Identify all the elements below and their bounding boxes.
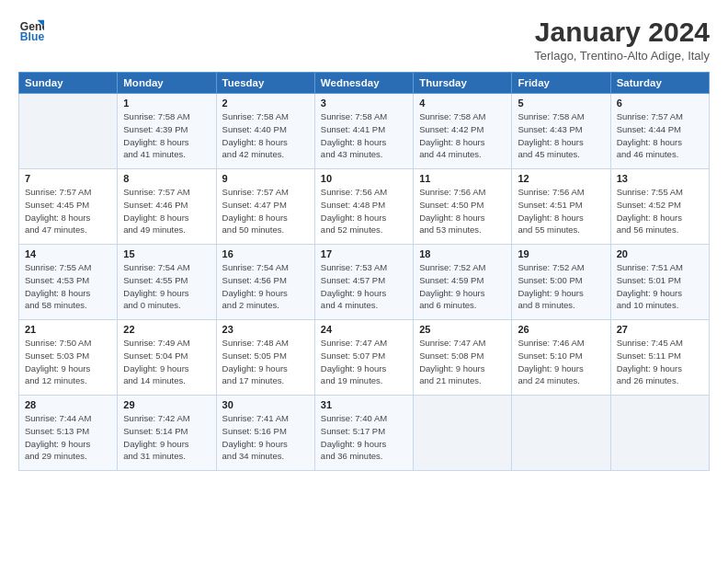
table-row: 3Sunrise: 7:58 AM Sunset: 4:41 PM Daylig…: [314, 94, 413, 169]
col-monday: Monday: [118, 73, 216, 94]
day-info: Sunrise: 7:58 AM Sunset: 4:41 PM Dayligh…: [321, 110, 407, 161]
calendar-page: General Blue January 2024 Terlago, Trent…: [0, 0, 728, 563]
day-info: Sunrise: 7:56 AM Sunset: 4:48 PM Dayligh…: [321, 186, 407, 236]
day-number: 1: [123, 98, 210, 109]
table-row: 17Sunrise: 7:53 AM Sunset: 4:57 PM Dayli…: [314, 245, 413, 320]
day-number: 16: [222, 248, 309, 259]
calendar-table: Sunday Monday Tuesday Wednesday Thursday…: [18, 72, 710, 471]
day-number: 31: [321, 399, 407, 410]
table-row: 7Sunrise: 7:57 AM Sunset: 4:45 PM Daylig…: [19, 169, 118, 245]
day-info: Sunrise: 7:57 AM Sunset: 4:47 PM Dayligh…: [222, 186, 309, 236]
col-wednesday: Wednesday: [314, 73, 413, 94]
day-number: 13: [617, 173, 703, 184]
day-info: Sunrise: 7:58 AM Sunset: 4:43 PM Dayligh…: [518, 110, 604, 161]
day-number: 19: [518, 248, 604, 259]
day-number: 12: [518, 173, 604, 184]
day-info: Sunrise: 7:41 AM Sunset: 5:16 PM Dayligh…: [222, 412, 309, 463]
day-number: 21: [25, 324, 111, 335]
table-row: 16Sunrise: 7:54 AM Sunset: 4:56 PM Dayli…: [216, 245, 314, 320]
table-row: [19, 94, 118, 169]
month-title: January 2024: [534, 17, 710, 47]
day-info: Sunrise: 7:51 AM Sunset: 5:01 PM Dayligh…: [617, 261, 703, 312]
table-row: 4Sunrise: 7:58 AM Sunset: 4:42 PM Daylig…: [414, 94, 512, 169]
table-row: 25Sunrise: 7:47 AM Sunset: 5:08 PM Dayli…: [414, 320, 512, 396]
day-info: Sunrise: 7:47 AM Sunset: 5:07 PM Dayligh…: [321, 337, 407, 387]
svg-text:Blue: Blue: [20, 30, 44, 42]
title-block: January 2024 Terlago, Trentino-Alto Adig…: [534, 17, 710, 63]
location: Terlago, Trentino-Alto Adige, Italy: [534, 49, 710, 63]
day-info: Sunrise: 7:46 AM Sunset: 5:10 PM Dayligh…: [518, 337, 604, 387]
day-number: 27: [617, 324, 703, 335]
col-saturday: Saturday: [610, 73, 709, 94]
day-info: Sunrise: 7:40 AM Sunset: 5:17 PM Dayligh…: [321, 412, 407, 463]
table-row: 8Sunrise: 7:57 AM Sunset: 4:46 PM Daylig…: [118, 169, 216, 245]
day-number: 24: [321, 324, 407, 335]
day-number: 9: [222, 173, 309, 184]
table-row: 12Sunrise: 7:56 AM Sunset: 4:51 PM Dayli…: [512, 169, 610, 245]
table-row: 29Sunrise: 7:42 AM Sunset: 5:14 PM Dayli…: [118, 396, 216, 471]
table-row: 11Sunrise: 7:56 AM Sunset: 4:50 PM Dayli…: [414, 169, 512, 245]
table-row: 27Sunrise: 7:45 AM Sunset: 5:11 PM Dayli…: [610, 320, 709, 396]
header-row: Sunday Monday Tuesday Wednesday Thursday…: [19, 73, 710, 94]
day-number: 6: [617, 98, 703, 109]
day-number: 5: [518, 98, 604, 109]
header: General Blue January 2024 Terlago, Trent…: [18, 17, 710, 63]
day-info: Sunrise: 7:57 AM Sunset: 4:44 PM Dayligh…: [617, 110, 703, 161]
table-row: 18Sunrise: 7:52 AM Sunset: 4:59 PM Dayli…: [414, 245, 512, 320]
day-info: Sunrise: 7:58 AM Sunset: 4:39 PM Dayligh…: [123, 110, 210, 161]
week-row-4: 28Sunrise: 7:44 AM Sunset: 5:13 PM Dayli…: [19, 396, 710, 471]
table-row: 19Sunrise: 7:52 AM Sunset: 5:00 PM Dayli…: [512, 245, 610, 320]
day-info: Sunrise: 7:58 AM Sunset: 4:40 PM Dayligh…: [222, 110, 309, 161]
day-info: Sunrise: 7:52 AM Sunset: 4:59 PM Dayligh…: [419, 261, 506, 312]
day-number: 11: [419, 173, 506, 184]
day-info: Sunrise: 7:54 AM Sunset: 4:55 PM Dayligh…: [123, 261, 210, 312]
day-info: Sunrise: 7:49 AM Sunset: 5:04 PM Dayligh…: [123, 337, 210, 387]
table-row: 24Sunrise: 7:47 AM Sunset: 5:07 PM Dayli…: [314, 320, 413, 396]
day-info: Sunrise: 7:52 AM Sunset: 5:00 PM Dayligh…: [518, 261, 604, 312]
day-info: Sunrise: 7:58 AM Sunset: 4:42 PM Dayligh…: [419, 110, 506, 161]
table-row: [610, 396, 709, 471]
day-number: 28: [25, 399, 111, 410]
table-row: 6Sunrise: 7:57 AM Sunset: 4:44 PM Daylig…: [610, 94, 709, 169]
table-row: 15Sunrise: 7:54 AM Sunset: 4:55 PM Dayli…: [118, 245, 216, 320]
day-number: 30: [222, 399, 309, 410]
day-info: Sunrise: 7:56 AM Sunset: 4:51 PM Dayligh…: [518, 186, 604, 236]
table-row: 20Sunrise: 7:51 AM Sunset: 5:01 PM Dayli…: [610, 245, 709, 320]
table-row: [414, 396, 512, 471]
day-number: 25: [419, 324, 506, 335]
day-number: 10: [321, 173, 407, 184]
day-number: 17: [321, 248, 407, 259]
col-tuesday: Tuesday: [216, 73, 314, 94]
day-info: Sunrise: 7:55 AM Sunset: 4:53 PM Dayligh…: [25, 261, 111, 312]
day-info: Sunrise: 7:57 AM Sunset: 4:45 PM Dayligh…: [25, 186, 111, 236]
table-row: 1Sunrise: 7:58 AM Sunset: 4:39 PM Daylig…: [118, 94, 216, 169]
day-info: Sunrise: 7:56 AM Sunset: 4:50 PM Dayligh…: [419, 186, 506, 236]
table-row: [512, 396, 610, 471]
table-row: 21Sunrise: 7:50 AM Sunset: 5:03 PM Dayli…: [19, 320, 118, 396]
day-number: 18: [419, 248, 506, 259]
table-row: 30Sunrise: 7:41 AM Sunset: 5:16 PM Dayli…: [216, 396, 314, 471]
week-row-1: 7Sunrise: 7:57 AM Sunset: 4:45 PM Daylig…: [19, 169, 710, 245]
table-row: 2Sunrise: 7:58 AM Sunset: 4:40 PM Daylig…: [216, 94, 314, 169]
table-row: 28Sunrise: 7:44 AM Sunset: 5:13 PM Dayli…: [19, 396, 118, 471]
day-number: 22: [123, 324, 210, 335]
day-number: 2: [222, 98, 309, 109]
week-row-2: 14Sunrise: 7:55 AM Sunset: 4:53 PM Dayli…: [19, 245, 710, 320]
day-info: Sunrise: 7:48 AM Sunset: 5:05 PM Dayligh…: [222, 337, 309, 387]
table-row: 9Sunrise: 7:57 AM Sunset: 4:47 PM Daylig…: [216, 169, 314, 245]
day-number: 23: [222, 324, 309, 335]
day-number: 29: [123, 399, 210, 410]
week-row-3: 21Sunrise: 7:50 AM Sunset: 5:03 PM Dayli…: [19, 320, 710, 396]
table-row: 23Sunrise: 7:48 AM Sunset: 5:05 PM Dayli…: [216, 320, 314, 396]
day-info: Sunrise: 7:44 AM Sunset: 5:13 PM Dayligh…: [25, 412, 111, 463]
day-info: Sunrise: 7:53 AM Sunset: 4:57 PM Dayligh…: [321, 261, 407, 312]
logo-icon: General Blue: [18, 17, 44, 42]
logo: General Blue: [18, 17, 44, 42]
table-row: 22Sunrise: 7:49 AM Sunset: 5:04 PM Dayli…: [118, 320, 216, 396]
day-info: Sunrise: 7:45 AM Sunset: 5:11 PM Dayligh…: [617, 337, 703, 387]
table-row: 26Sunrise: 7:46 AM Sunset: 5:10 PM Dayli…: [512, 320, 610, 396]
day-number: 15: [123, 248, 210, 259]
day-info: Sunrise: 7:42 AM Sunset: 5:14 PM Dayligh…: [123, 412, 210, 463]
day-number: 20: [617, 248, 703, 259]
day-info: Sunrise: 7:47 AM Sunset: 5:08 PM Dayligh…: [419, 337, 506, 387]
